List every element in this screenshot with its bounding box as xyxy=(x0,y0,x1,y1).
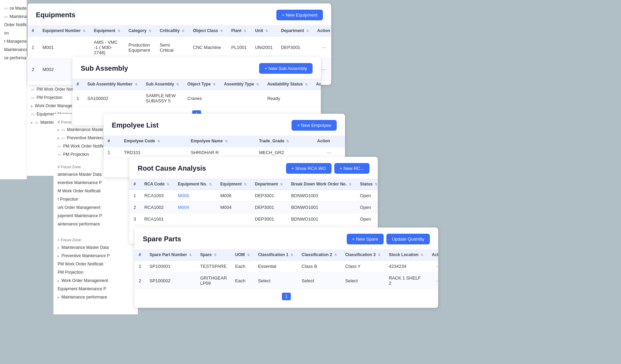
new-subassembly-button[interactable]: + New Sub Assembly xyxy=(259,63,313,74)
eq-eq-num: M001 xyxy=(38,37,90,59)
sa-asm-type xyxy=(220,90,263,107)
sb3-item-4[interactable]: ▭ PM Projection xyxy=(53,150,103,159)
sidebar-item-7[interactable]: ce performance xyxy=(0,54,27,62)
sp-col-uom: UOM ⇅ xyxy=(231,249,254,261)
new-employee-button[interactable]: + New Empolyee xyxy=(292,120,337,131)
show-rca-wo-button[interactable]: + Show RCA WO xyxy=(286,163,332,174)
sb5-item-3[interactable]: PM Work Order Notificati xyxy=(53,260,138,268)
rca-row-code: RCA1001 xyxy=(140,213,174,225)
rca-row-eqno[interactable]: M006 xyxy=(174,190,216,202)
sp-row-c2: Class B xyxy=(297,261,341,272)
sb4-item-5[interactable]: ork Order Management xyxy=(53,203,131,212)
sb4-item-4[interactable]: I Projection xyxy=(53,195,131,203)
sidebar-item-1[interactable]: ▭ ce Master Data xyxy=(0,4,27,12)
rca-row-status: Open xyxy=(356,190,378,202)
eq-dept: DEP3001 xyxy=(277,37,313,59)
spareparts-title: Spare Parts xyxy=(143,235,181,243)
doc-icon: ▭ xyxy=(31,112,34,117)
sidebar-item-3[interactable]: Order Notificati xyxy=(0,21,27,29)
rca-row-dept: DEP3001 xyxy=(251,213,287,225)
sb4-item-7[interactable]: aintenance performace xyxy=(53,220,131,228)
new-rca-button[interactable]: + New RC... xyxy=(334,163,369,174)
spareparts-btn-group: + New Spare Update Quantity xyxy=(347,234,430,244)
doc-icon: ▭ xyxy=(31,95,34,100)
sb5-item-2[interactable]: ▸ Preventive Maintenance P xyxy=(53,252,138,260)
rca-col-code: RCA Code ⇅ xyxy=(140,179,174,190)
rca-row-dept: DEP3001 xyxy=(251,190,287,202)
spareparts-table-container: # Spare Part Number ⇅ Spare ⇅ UOM ⇅ Clas… xyxy=(135,249,438,308)
rca-row: 1 RCA1003 M006 M006 DEP3001 BDNWO1003 Op… xyxy=(129,190,378,202)
col-action: Action xyxy=(313,25,332,37)
sb2-item-4[interactable]: ▭ PM Projection xyxy=(27,93,77,102)
rca-row-bwono: BDNWO1001 xyxy=(287,202,356,213)
col-eq-num: Equipment Number ⇅ xyxy=(38,25,90,37)
sb5-item-6[interactable]: Equipment Maintenance P xyxy=(53,285,138,293)
emp-col-name: Empolyee Name ⇅ xyxy=(187,135,255,147)
col-dept: Department ⇅ xyxy=(277,25,313,37)
eq-action[interactable]: — xyxy=(313,37,332,59)
sb2-item-3[interactable]: ▭ PM Work Order Notificati xyxy=(27,85,77,93)
sb2-item-5[interactable]: ▸ Work Order Management xyxy=(27,102,77,110)
emp-col-code: Empolyee Code ⇅ xyxy=(120,135,187,147)
spareparts-page-1[interactable]: 1 xyxy=(282,293,291,300)
focus-zone-label-5: + Focus Zone xyxy=(53,236,138,243)
sb3-item-1[interactable]: ▸ ▭ Maintenance Master Data xyxy=(53,125,103,134)
sa-action[interactable]: ~ xyxy=(312,90,321,107)
rca-col-eq: Equipment ⇅ xyxy=(216,179,250,190)
sp-row-action[interactable]: — xyxy=(427,272,438,289)
sidebar-item-4[interactable]: on xyxy=(0,29,27,37)
sa-col-num2: Sub Assembly Number ⇅ xyxy=(83,79,141,90)
sb5-item-4[interactable]: PM Projection xyxy=(53,268,138,276)
sp-row-c1: Select xyxy=(254,272,297,289)
sb4-item-2[interactable]: eventive Maintenance P xyxy=(53,179,131,187)
emp-num: 1 xyxy=(103,147,120,159)
sb5-item-7[interactable]: ▸ Maintenance performace xyxy=(53,293,138,301)
rca-row-num: 3 xyxy=(129,213,140,225)
sp-row-num: 1 xyxy=(135,261,145,272)
sa-col-num: # xyxy=(72,79,83,90)
eq-obj-class: CNC Machine xyxy=(189,37,227,59)
eq-plant: PL1001 xyxy=(227,37,251,59)
sb3-item-3[interactable]: ▭ PM Work Order Notificati xyxy=(53,142,103,150)
sb5-item-1[interactable]: ▸ Maintenance Master Data xyxy=(53,243,138,252)
sp-row-c3: Class Y xyxy=(341,261,385,272)
doc-icon-2: ▭ xyxy=(4,14,8,19)
chevron-icon: ▸ xyxy=(31,104,33,108)
spareparts-header: Spare Parts + New Spare Update Quantity xyxy=(135,228,438,249)
sidebar-item-2[interactable]: ▭ Maintenance P xyxy=(0,12,27,21)
sa-col-avail: Availability Status ⇅ xyxy=(263,79,312,90)
spareparts-header-row: # Spare Part Number ⇅ Spare ⇅ UOM ⇅ Clas… xyxy=(135,249,438,261)
rca-row-eqno[interactable] xyxy=(174,213,216,225)
emp-col-action: Action xyxy=(313,135,345,147)
sidebar-item-5[interactable]: r Management xyxy=(0,37,27,46)
sidebar-item-6[interactable]: Maintenance P xyxy=(0,46,27,54)
sparepart-row: 2 SP100002 GRITHGEAR LP09 Each Select Se… xyxy=(135,272,438,289)
new-spare-button[interactable]: + New Spare xyxy=(347,234,384,244)
spareparts-pagination: 1 xyxy=(135,289,438,304)
emp-col-grade: Trade_Grade ⇅ xyxy=(255,135,313,147)
rca-row-code: RCA1003 xyxy=(140,190,174,202)
rca-row: 2 RCA1002 M004 M004 DEP3001 BDNWO1001 Op… xyxy=(129,202,378,213)
sp-row-action[interactable]: — xyxy=(427,261,438,272)
update-quantity-button[interactable]: Update Quantity xyxy=(386,234,430,244)
employee-title: Empolyee List xyxy=(112,121,159,129)
sb5-item-5[interactable]: ▸ Work Order Management xyxy=(53,276,138,285)
sb4-item-6[interactable]: juipment Maintenance P xyxy=(53,212,131,220)
sb3-item-2[interactable]: ▸ ▭ Preventive Maintenance P xyxy=(53,134,103,142)
rca-row-eqno[interactable]: M004 xyxy=(174,202,216,213)
sb4-item-3[interactable]: M Work Order Notificati xyxy=(53,187,131,195)
rca-col-eqno: Equipment No. ⇅ xyxy=(174,179,216,190)
equipments-table-header-row: # Equipment Number ⇅ Equipment ⇅ Categor… xyxy=(28,25,331,37)
sp-col-stock: Stock Location ⇅ xyxy=(385,249,427,261)
sp-row-spnum: SP100001 xyxy=(145,261,196,272)
sa-avail: Ready xyxy=(263,90,312,107)
eq-category: Production Equipment xyxy=(125,37,156,59)
sp-col-spnum: Spare Part Number ⇅ xyxy=(145,249,196,261)
sa-col-asm: Assembly Type ⇅ xyxy=(220,79,263,90)
rca-row-bwono: BDNWO1003 xyxy=(287,190,356,202)
subassembly-header-row: # Sub Assembly Number ⇅ Sub Assembly ⇅ O… xyxy=(72,79,321,90)
sp-row-spare: GRITHGEAR LP09 xyxy=(196,272,231,289)
sidebar-layer-1: ▭ ce Master Data ▭ Maintenance P Order N… xyxy=(0,0,27,179)
eq-unit: UNI2001 xyxy=(251,37,277,59)
new-equipment-button[interactable]: + New Equipment xyxy=(276,10,323,20)
